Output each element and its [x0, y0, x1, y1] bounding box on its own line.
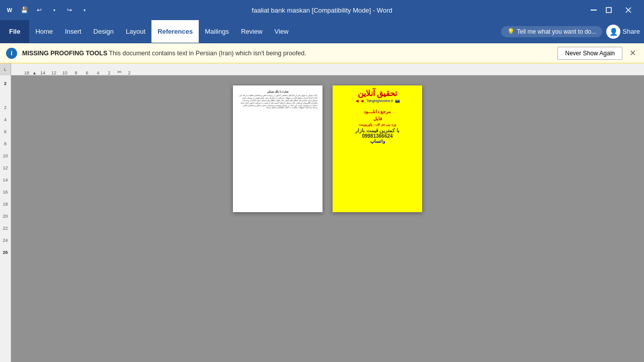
vruler-16: 16: [0, 186, 11, 198]
notification-bar: i MISSING PROOFING TOOLS This document c…: [0, 43, 644, 63]
vruler-4: 4: [0, 114, 11, 126]
tab-home-label: Home: [35, 28, 53, 35]
yellow-site-url: Tahghighonline.ir: [366, 99, 393, 103]
notification-message: This document contains text in Persian (…: [109, 50, 306, 57]
main-area: 2 2 4 6 8 10 12 14 16 18 20 22 24 26 تجا…: [0, 75, 644, 362]
vruler-10: 10: [0, 150, 11, 162]
restore-icon[interactable]: [602, 3, 616, 17]
ruler-num-2-right: 2: [124, 70, 135, 75]
vruler-12: 12: [0, 162, 11, 174]
vruler-26: 26: [0, 246, 11, 258]
notification-title: MISSING PROOFING TOOLS: [22, 50, 107, 57]
ruler-num-18: 18: [21, 70, 32, 75]
ruler-num-2-left: 2: [104, 70, 115, 75]
window-title: faaliat bank maskan [Compatibility Mode]…: [252, 7, 392, 14]
customize-quick-access[interactable]: ▾: [77, 3, 92, 17]
vruler-spacer: [0, 89, 11, 102]
ruler-num-8: 8: [70, 70, 82, 75]
tab-references-label: References: [157, 28, 193, 35]
yellow-site-row: ◄◄ Tahghighonline.ir 📷: [336, 98, 419, 104]
yellow-price-label: با کمترین قیمت بازار: [336, 128, 419, 133]
save-button[interactable]: 💾: [17, 3, 31, 17]
vruler-6: 6: [0, 126, 11, 138]
redo-button[interactable]: ↪: [62, 3, 76, 17]
page-left-title: تجارت با بانک مسکن: [238, 90, 317, 93]
tab-home[interactable]: Home: [29, 20, 59, 43]
svg-rect-0: [591, 10, 597, 11]
yellow-subtitle-text: مرجع دانلـــود: [336, 109, 419, 116]
tell-me-text: Tell me what you want to do...: [517, 28, 596, 35]
document-page-left: تجارت با بانک مسکن بانک مسکن به عنوان یک…: [233, 85, 323, 212]
title-bar-left: W 💾 ↩ ▾ ↪ ▾: [4, 3, 92, 17]
tab-mailings[interactable]: Mailings: [199, 20, 235, 43]
info-icon: i: [6, 48, 17, 59]
tab-layout-label: Layout: [126, 28, 145, 35]
never-show-again-button[interactable]: Never Show Again: [557, 47, 622, 60]
yellow-file-label: فایل: [336, 116, 419, 123]
undo-button[interactable]: ↩: [32, 3, 46, 17]
document-page-right: تحقیق آنلاین ◄◄ Tahghighonline.ir 📷 مرجع…: [333, 85, 422, 212]
yellow-title-text: تحقیق آنلاین: [358, 89, 397, 98]
undo-dropdown[interactable]: ▾: [47, 3, 61, 17]
yellow-file-types: ورد-پی دی اف - پاورپوینت: [336, 122, 419, 128]
quick-access-toolbar: 💾 ↩ ▾ ↪ ▾: [17, 3, 92, 17]
ruler-scale: 18 ▲ 14 12 10 8 6 4 2 ✂ 2: [11, 63, 644, 75]
tab-insert[interactable]: Insert: [59, 20, 88, 43]
tab-design-label: Design: [94, 28, 114, 35]
yellow-header: تحقیق آنلاین ◄◄ Tahghighonline.ir 📷: [333, 85, 422, 107]
ruler-arrow: ▲: [32, 70, 37, 75]
vruler-2: 2: [0, 77, 11, 89]
vruler-8: 8: [0, 138, 11, 150]
tab-view[interactable]: View: [269, 20, 295, 43]
yellow-phone-number: 09981366624: [336, 133, 419, 139]
close-button[interactable]: [617, 3, 640, 18]
ruler-num-10: 10: [59, 70, 70, 75]
vruler-14: 14: [0, 174, 11, 186]
tab-view-label: View: [275, 28, 289, 35]
tab-design[interactable]: Design: [88, 20, 120, 43]
yellow-main-title: تحقیق آنلاین: [336, 88, 419, 98]
ruler-num-6: 6: [82, 70, 93, 75]
ribbon-right: 💡 Tell me what you want to do... 👤 Share: [501, 20, 644, 43]
ruler-scissors-icon: ✂: [115, 69, 124, 75]
tab-file[interactable]: File: [0, 20, 29, 43]
vruler-2b: 2: [0, 102, 11, 114]
tab-layout[interactable]: Layout: [120, 20, 151, 43]
vertical-ruler: 2 2 4 6 8 10 12 14 16 18 20 22 24 26: [0, 75, 11, 362]
document-area[interactable]: تجارت با بانک مسکن بانک مسکن به عنوان یک…: [11, 75, 644, 362]
yellow-body: مرجع دانلـــود فایل ورد-پی دی اف - پاورپ…: [333, 107, 422, 212]
yellow-contact-label: واتساپ: [336, 139, 419, 144]
yellow-instagram-icon: 📷: [395, 99, 400, 103]
ruler-num-14: 14: [37, 70, 48, 75]
tab-references[interactable]: References: [151, 20, 199, 43]
ruler-num-12: 12: [48, 70, 59, 75]
title-bar: W 💾 ↩ ▾ ↪ ▾ faaliat bank maskan [Compati…: [0, 0, 644, 20]
vruler-20: 20: [0, 210, 11, 222]
ruler-indent-marker: L: [0, 63, 11, 75]
tab-review[interactable]: Review: [235, 20, 269, 43]
vruler-22: 22: [0, 222, 11, 234]
vruler-18: 18: [0, 198, 11, 210]
user-icon: 👤: [606, 25, 620, 39]
share-button[interactable]: 👤 Share: [606, 25, 640, 39]
share-label: Share: [622, 28, 640, 35]
lightbulb-icon: 💡: [507, 28, 515, 35]
page-left-content: بانک مسکن به عنوان یکی از بانک‌های تخصصی…: [238, 95, 317, 109]
word-icon: W: [4, 5, 15, 16]
minimize-button-icon[interactable]: [587, 3, 601, 17]
horizontal-ruler: L 18 ▲ 14 12 10 8 6 4 2 ✂ 2: [0, 63, 644, 75]
window-controls: [587, 3, 640, 18]
tab-file-label: File: [9, 28, 20, 35]
tab-insert-label: Insert: [65, 28, 82, 35]
vruler-24: 24: [0, 234, 11, 246]
tab-mailings-label: Mailings: [205, 28, 229, 35]
tell-me-input[interactable]: 💡 Tell me what you want to do...: [501, 26, 602, 37]
tab-review-label: Review: [241, 28, 263, 35]
notification-close-button[interactable]: ✕: [627, 48, 638, 58]
ruler-num-4: 4: [93, 70, 104, 75]
yellow-arrows: ◄◄: [355, 98, 365, 104]
notification-text: MISSING PROOFING TOOLS This document con…: [22, 50, 552, 57]
svg-rect-1: [606, 8, 611, 13]
ribbon: File Home Insert Design Layout Reference…: [0, 20, 644, 43]
